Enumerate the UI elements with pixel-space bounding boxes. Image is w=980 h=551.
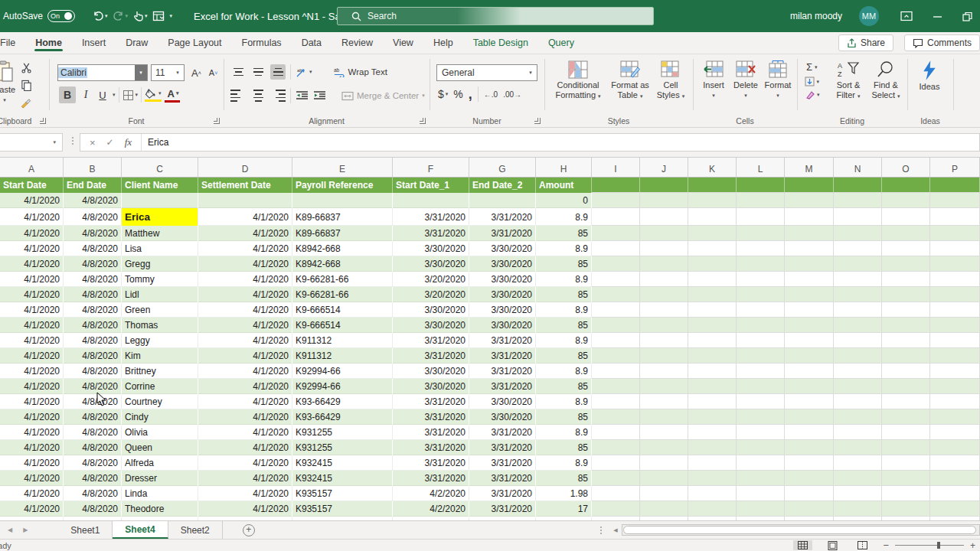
cell[interactable]	[640, 501, 688, 517]
italic-button[interactable]: I	[79, 86, 93, 103]
font-color-button[interactable]: A▾	[165, 88, 181, 103]
cell[interactable]: 4/1/2020	[0, 455, 64, 471]
cell[interactable]: Corrine	[122, 379, 198, 394]
cell[interactable]	[592, 501, 640, 517]
borders-button[interactable]: ▾	[122, 90, 139, 101]
cell[interactable]	[688, 318, 737, 333]
increase-font-size-button[interactable]: A˄	[188, 64, 204, 81]
cell[interactable]	[785, 272, 834, 287]
cell[interactable]: 8.9	[536, 272, 592, 287]
cell[interactable]	[930, 208, 980, 226]
cell[interactable]	[930, 178, 980, 193]
cell[interactable]	[592, 302, 640, 318]
formula-bar-handle[interactable]	[72, 137, 74, 145]
cell[interactable]	[640, 455, 688, 471]
cell[interactable]	[688, 208, 737, 226]
cell[interactable]: 8.9	[536, 241, 592, 256]
cell[interactable]: 4/1/2020	[0, 272, 64, 287]
cell[interactable]	[592, 364, 640, 379]
cell[interactable]	[688, 287, 737, 302]
decrease-font-size-button[interactable]: A˅	[205, 64, 221, 81]
cell[interactable]	[640, 440, 688, 455]
fill-button[interactable]: ▾	[804, 77, 820, 86]
cell[interactable]: K932415	[292, 471, 393, 486]
cell[interactable]	[737, 440, 785, 455]
cell[interactable]: Brittney	[122, 364, 198, 379]
cell[interactable]	[882, 440, 930, 455]
quick-access-save-button[interactable]	[151, 8, 167, 24]
cell[interactable]: 4/1/2020	[198, 348, 292, 364]
table-header-cell[interactable]: End Date	[64, 178, 122, 193]
cell[interactable]: K931255	[292, 440, 393, 455]
cell[interactable]: 3/31/2020	[469, 425, 536, 440]
cell[interactable]	[882, 272, 930, 287]
cell[interactable]	[930, 348, 980, 364]
cell[interactable]: 85	[536, 287, 592, 302]
cell[interactable]: 4/1/2020	[198, 364, 292, 379]
decrease-indent-button[interactable]	[296, 90, 309, 101]
column-header-M[interactable]: M	[785, 158, 834, 177]
cell[interactable]: 4/1/2020	[0, 287, 64, 302]
undo-button[interactable]: ▾	[90, 8, 109, 24]
cell[interactable]: 85	[536, 226, 592, 241]
cell[interactable]: Cindy	[122, 409, 198, 425]
clipboard-dialog-launcher[interactable]	[40, 118, 46, 124]
cell[interactable]	[882, 333, 930, 348]
cell[interactable]: 3/30/2020	[469, 394, 536, 409]
name-box[interactable]: ▾	[0, 133, 63, 152]
cell[interactable]: K911312	[292, 348, 393, 364]
cell[interactable]	[688, 394, 737, 409]
cell[interactable]	[592, 226, 640, 241]
cell[interactable]	[737, 471, 785, 486]
cell[interactable]: 4/1/2020	[0, 486, 64, 501]
orientation-button[interactable]: ab ▾	[296, 67, 312, 78]
cell[interactable]: 3/31/2020	[393, 471, 469, 486]
cell[interactable]	[688, 256, 737, 272]
cell[interactable]	[930, 302, 980, 318]
cell[interactable]: 4/1/2020	[0, 471, 64, 486]
cell[interactable]: 8.9	[536, 302, 592, 318]
cell[interactable]: 8.9	[536, 333, 592, 348]
cell[interactable]	[882, 501, 930, 517]
column-header-J[interactable]: J	[640, 158, 688, 177]
cell[interactable]	[592, 440, 640, 455]
table-header-cell[interactable]: Client Name	[122, 178, 198, 193]
sheet-tab-sheet2[interactable]: Sheet2	[168, 521, 223, 539]
cell[interactable]: 3/30/2020	[469, 318, 536, 333]
cell[interactable]: 4/1/2020	[0, 348, 64, 364]
cell[interactable]	[688, 226, 737, 241]
cell[interactable]	[930, 364, 980, 379]
cell[interactable]: Thomas	[122, 318, 198, 333]
cell[interactable]: 4/8/2020	[64, 455, 122, 471]
cell[interactable]: K89-66837	[292, 226, 393, 241]
cell[interactable]	[882, 226, 930, 241]
cell[interactable]	[688, 272, 737, 287]
cell[interactable]	[592, 241, 640, 256]
cell[interactable]: Gregg	[122, 256, 198, 272]
cell[interactable]: 3/30/2020	[469, 241, 536, 256]
cell[interactable]: 3/31/2020	[469, 333, 536, 348]
cell[interactable]	[737, 256, 785, 272]
cell[interactable]: 4/1/2020	[0, 364, 64, 379]
zoom-out-button[interactable]: −	[883, 540, 889, 551]
cell[interactable]: K92994-66	[292, 379, 393, 394]
cell[interactable]	[834, 256, 882, 272]
cell[interactable]: Linda	[122, 486, 198, 501]
cell-styles-button[interactable]: CellStyles ▾	[654, 60, 688, 101]
cell[interactable]	[882, 471, 930, 486]
insert-cells-button[interactable]: Insert ▾	[698, 60, 729, 99]
cell[interactable]: Kim	[122, 348, 198, 364]
cell[interactable]: 3/31/2020	[469, 486, 536, 501]
cell[interactable]: 4/1/2020	[198, 226, 292, 241]
font-dialog-launcher[interactable]	[214, 118, 220, 124]
cell[interactable]: 4/8/2020	[64, 348, 122, 364]
cell[interactable]: 4/8/2020	[64, 193, 122, 208]
cell[interactable]	[688, 302, 737, 318]
cell[interactable]	[834, 272, 882, 287]
cell[interactable]: 8.9	[536, 394, 592, 409]
normal-view-button[interactable]	[793, 540, 812, 550]
cell[interactable]	[737, 379, 785, 394]
column-header-O[interactable]: O	[882, 158, 930, 177]
autosum-button[interactable]: Σ▾	[804, 61, 820, 73]
cell[interactable]: 4/8/2020	[64, 287, 122, 302]
